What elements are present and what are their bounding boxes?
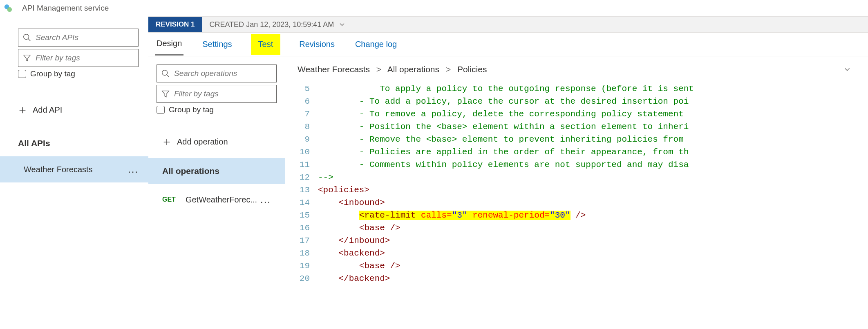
revision-badge[interactable]: REVISION 1: [148, 17, 202, 32]
chevron-down-icon[interactable]: [338, 20, 346, 29]
search-icon: [22, 33, 31, 42]
filter-apis-input[interactable]: [36, 53, 134, 62]
policy-editor-pane: Weather Forecasts > All operations > Pol…: [285, 56, 868, 329]
chevron-down-icon[interactable]: [843, 65, 852, 74]
more-icon[interactable]: ...: [128, 164, 139, 175]
service-subtitle: API Management service: [22, 4, 109, 13]
checkbox-icon[interactable]: [157, 106, 165, 114]
filter-icon: [22, 53, 31, 62]
code-lines[interactable]: To apply a policy to the outgoing respon…: [318, 82, 694, 285]
checkbox-icon[interactable]: [18, 70, 26, 78]
breadcrumb-sep: >: [376, 64, 381, 74]
all-operations-item[interactable]: All operations: [148, 158, 285, 184]
svg-line-3: [28, 39, 31, 41]
more-icon[interactable]: ...: [260, 194, 271, 205]
add-api-button[interactable]: Add API: [18, 105, 139, 115]
all-apis-header[interactable]: All APIs: [18, 138, 139, 148]
revision-created-date: Jan 12, 2023, 10:59:41 AM: [246, 20, 334, 29]
svg-point-2: [24, 34, 29, 40]
plus-icon: [162, 138, 171, 147]
tab-revisions[interactable]: Revisions: [298, 34, 336, 55]
search-operations-box[interactable]: [157, 64, 277, 82]
revision-created[interactable]: CREATED Jan 12, 2023, 10:59:41 AM: [209, 20, 346, 29]
plus-icon: [18, 106, 27, 115]
search-operations-input[interactable]: [174, 69, 272, 78]
svg-line-7: [167, 75, 169, 77]
operation-name: GetWeatherForec...: [186, 195, 257, 205]
api-item-weather-forecasts[interactable]: Weather Forecasts ...: [0, 156, 148, 182]
http-method-badge: GET: [162, 196, 176, 203]
filter-apis-box[interactable]: [18, 49, 139, 67]
operation-item[interactable]: GET GetWeatherForec... ...: [157, 184, 277, 215]
search-icon: [161, 69, 170, 78]
breadcrumb-page: Policies: [457, 64, 487, 74]
operations-panel: Group by tag Add operation All operation…: [148, 56, 285, 329]
code-editor[interactable]: 567891011121314151617181920 To apply a p…: [298, 82, 868, 285]
search-apis-box[interactable]: [18, 29, 139, 47]
group-by-tag-apis[interactable]: Group by tag: [18, 69, 139, 78]
breadcrumb-scope[interactable]: All operations: [387, 64, 439, 74]
tab-design[interactable]: Design: [155, 33, 183, 56]
header: API Management service: [0, 0, 868, 16]
filter-operations-input[interactable]: [174, 89, 272, 98]
svg-point-1: [7, 7, 12, 12]
breadcrumb-api[interactable]: Weather Forecasts: [298, 64, 370, 74]
add-operation-label: Add operation: [177, 137, 228, 147]
search-apis-input[interactable]: [36, 33, 134, 42]
add-operation-button[interactable]: Add operation: [157, 137, 277, 147]
tab-settings[interactable]: Settings: [201, 34, 233, 55]
line-gutter: 567891011121314151617181920: [298, 82, 318, 285]
group-by-tag-label: Group by tag: [30, 69, 75, 78]
revision-bar: REVISION 1 CREATED Jan 12, 2023, 10:59:4…: [148, 16, 868, 33]
breadcrumb-sep: >: [446, 64, 451, 74]
add-api-label: Add API: [33, 105, 62, 115]
filter-operations-box[interactable]: [157, 85, 277, 103]
breadcrumb: Weather Forecasts > All operations > Pol…: [298, 64, 868, 74]
tab-bar: Design Settings Test Revisions Change lo…: [148, 33, 868, 56]
filter-icon: [161, 89, 170, 98]
api-item-label: Weather Forecasts: [24, 165, 93, 174]
group-by-tag-ops[interactable]: Group by tag: [157, 105, 277, 114]
revision-created-prefix: CREATED: [209, 20, 244, 29]
tab-changelog[interactable]: Change log: [353, 34, 398, 55]
tab-test[interactable]: Test: [251, 34, 281, 55]
apis-panel: Group by tag Add API All APIs Weather Fo…: [0, 16, 148, 329]
svg-point-6: [162, 70, 168, 76]
group-by-tag-label: Group by tag: [169, 105, 214, 114]
service-logo-icon: [4, 4, 12, 12]
